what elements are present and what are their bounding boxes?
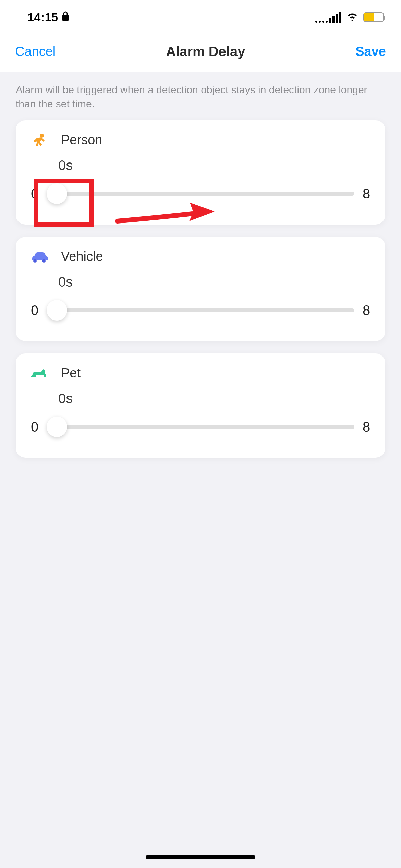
cellular-signal-icon	[315, 12, 341, 23]
page-title: Alarm Delay	[166, 44, 245, 59]
nav-bar: Cancel Alarm Delay Save	[0, 34, 401, 72]
pet-label: Pet	[61, 366, 81, 381]
person-icon	[29, 133, 49, 147]
pet-slider-thumb[interactable]	[47, 417, 67, 437]
person-value: 0s	[58, 158, 372, 173]
vehicle-slider[interactable]	[47, 300, 354, 321]
person-card: Person 0s 0 8	[16, 120, 385, 225]
annotation-arrow-icon	[115, 201, 215, 231]
cancel-button[interactable]: Cancel	[15, 44, 56, 59]
vehicle-value: 0s	[58, 274, 372, 290]
pet-slider-min: 0	[29, 419, 40, 435]
svg-point-1	[40, 134, 44, 138]
vehicle-card: Vehicle 0s 0 8	[16, 237, 385, 341]
vehicle-slider-thumb[interactable]	[47, 300, 67, 321]
pet-slider[interactable]	[47, 417, 354, 437]
person-slider-max: 8	[361, 186, 372, 202]
person-slider-thumb[interactable]	[47, 183, 67, 204]
svg-point-2	[33, 259, 37, 263]
person-label: Person	[61, 133, 102, 147]
wifi-icon	[346, 12, 359, 23]
status-bar: 14:15	[0, 0, 401, 34]
pet-card: Pet 0s 0 8	[16, 353, 385, 458]
vehicle-icon	[29, 250, 49, 264]
vehicle-slider-max: 8	[361, 303, 372, 318]
lock-rotate-icon	[61, 11, 70, 23]
vehicle-slider-min: 0	[29, 303, 40, 318]
vehicle-label: Vehicle	[61, 249, 103, 264]
pet-slider-max: 8	[361, 419, 372, 435]
save-button[interactable]: Save	[355, 44, 386, 59]
home-indicator	[146, 855, 255, 859]
battery-icon	[363, 12, 384, 22]
person-slider[interactable]	[47, 183, 354, 204]
status-time: 14:15	[27, 11, 58, 24]
pet-value: 0s	[58, 391, 372, 406]
person-slider-min: 0	[29, 186, 40, 202]
pet-icon	[29, 366, 49, 380]
svg-point-3	[42, 259, 46, 263]
svg-rect-0	[62, 15, 69, 21]
description-text: Alarm will be triggered when a detection…	[0, 72, 401, 120]
